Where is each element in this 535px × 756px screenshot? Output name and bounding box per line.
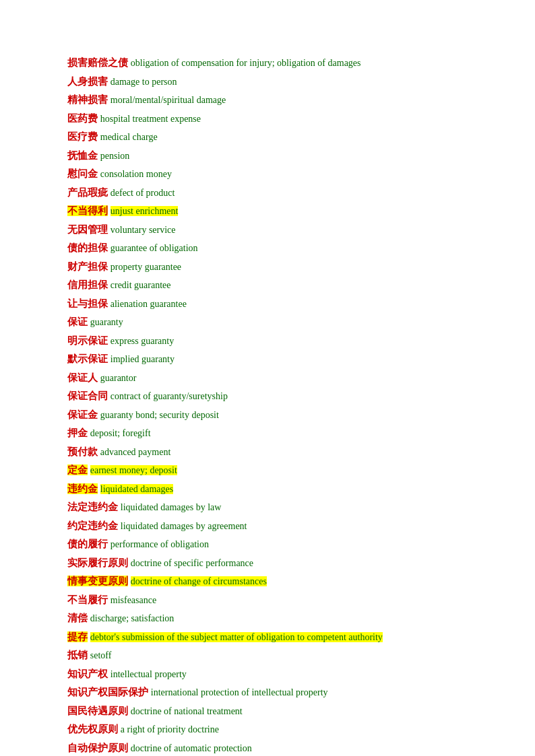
list-item: 默示保证 implied guaranty bbox=[67, 350, 495, 368]
en-translation: property guarantee bbox=[111, 262, 181, 272]
zh-term: 精神损害 bbox=[67, 94, 108, 105]
list-item: 债的担保 guarantee of obligation bbox=[67, 239, 495, 257]
glossary-content: 损害赔偿之债 obligation of compensation for in… bbox=[67, 54, 495, 756]
zh-term: 实际履行原则 bbox=[67, 557, 128, 568]
list-item: 违约金 liquidated damages bbox=[67, 480, 495, 498]
en-translation: implied guaranty bbox=[111, 354, 175, 364]
en-translation: damage to person bbox=[111, 77, 177, 87]
list-item: 债的履行 performance of obligation bbox=[67, 535, 495, 553]
list-item: 押金 deposit; foregift bbox=[67, 424, 495, 442]
en-translation: guaranty bond; security deposit bbox=[100, 410, 219, 420]
list-item: 信用担保 credit guarantee bbox=[67, 276, 495, 294]
en-translation: deposit; foregift bbox=[90, 428, 151, 438]
en-translation: alienation guarantee bbox=[111, 299, 187, 309]
zh-term: 知识产权 bbox=[67, 668, 108, 679]
list-item: 人身损害 damage to person bbox=[67, 73, 495, 91]
en-translation: liquidated damages by law bbox=[121, 502, 222, 512]
en-translation: performance of obligation bbox=[111, 539, 209, 549]
list-item: 抚恤金 pension bbox=[67, 147, 495, 165]
zh-term: 抚恤金 bbox=[67, 150, 98, 161]
zh-term: 清偿 bbox=[67, 613, 88, 623]
zh-term: 国民待遇原则 bbox=[67, 706, 128, 716]
zh-term: 让与担保 bbox=[67, 298, 108, 309]
zh-term: 财产担保 bbox=[67, 261, 108, 272]
list-item: 医疗费 medical charge bbox=[67, 128, 495, 146]
list-item: 预付款 advanced payment bbox=[67, 443, 495, 461]
zh-term: 提存 bbox=[67, 631, 88, 642]
list-item: 损害赔偿之债 obligation of compensation for in… bbox=[67, 54, 495, 72]
en-translation: a right of priority doctrine bbox=[121, 724, 219, 734]
en-translation: international protection of intellectual… bbox=[151, 687, 328, 697]
list-item: 清偿 discharge; satisfaction bbox=[67, 609, 495, 627]
en-translation: doctrine of change of circumstances bbox=[131, 576, 267, 586]
zh-term: 押金 bbox=[67, 427, 88, 438]
list-item: 无因管理 voluntary service bbox=[67, 221, 495, 239]
zh-term: 产品瑕疵 bbox=[67, 187, 108, 198]
en-translation: earnest money; deposit bbox=[90, 465, 177, 475]
en-translation: doctrine of national treatment bbox=[131, 706, 243, 716]
en-translation: hospital treatment expense bbox=[100, 114, 201, 124]
en-translation: moral/mental/spiritual damage bbox=[111, 95, 226, 105]
list-item: 法定违约金 liquidated damages by law bbox=[67, 498, 495, 516]
en-translation: discharge; satisfaction bbox=[90, 613, 175, 623]
en-translation: contract of guaranty/suretyship bbox=[111, 391, 228, 401]
zh-term: 违约金 bbox=[67, 483, 98, 494]
zh-term: 无因管理 bbox=[67, 224, 108, 235]
zh-term: 约定违约金 bbox=[67, 520, 118, 531]
zh-term: 保证 bbox=[67, 316, 88, 327]
zh-term: 默示保证 bbox=[67, 353, 108, 364]
en-translation: doctrine of specific performance bbox=[131, 558, 253, 568]
zh-term: 保证人 bbox=[67, 372, 98, 383]
list-item: 约定违约金 liquidated damages by agreement bbox=[67, 517, 495, 535]
en-translation: misfeasance bbox=[111, 595, 156, 605]
list-item: 优先权原则 a right of priority doctrine bbox=[67, 720, 495, 738]
list-item: 让与担保 alienation guarantee bbox=[67, 295, 495, 313]
en-translation: defect of product bbox=[111, 188, 175, 198]
en-translation: debtor's submission of the subject matte… bbox=[90, 632, 383, 642]
zh-term: 优先权原则 bbox=[67, 724, 118, 734]
zh-term: 预付款 bbox=[67, 446, 98, 457]
en-translation: guaranty bbox=[90, 317, 123, 327]
en-translation: advanced payment bbox=[100, 447, 171, 457]
zh-term: 明示保证 bbox=[67, 335, 108, 346]
en-translation: pension bbox=[100, 151, 130, 161]
en-translation: credit guarantee bbox=[111, 280, 171, 290]
zh-term: 医疗费 bbox=[67, 131, 98, 142]
en-translation: liquidated damages bbox=[100, 484, 173, 494]
list-item: 不当履行 misfeasance bbox=[67, 591, 495, 609]
list-item: 知识产权国际保护 international protection of int… bbox=[67, 683, 495, 701]
list-item: 定金 earnest money; deposit bbox=[67, 461, 495, 479]
en-translation: guarantor bbox=[100, 373, 137, 383]
list-item: 保证合同 contract of guaranty/suretyship bbox=[67, 387, 495, 405]
zh-term: 不当得利 bbox=[67, 205, 108, 216]
zh-term: 人身损害 bbox=[67, 76, 108, 87]
en-translation: express guaranty bbox=[111, 336, 174, 346]
list-item: 保证金 guaranty bond; security deposit bbox=[67, 406, 495, 424]
zh-term: 自动保护原则 bbox=[67, 743, 128, 753]
list-item: 实际履行原则 doctrine of specific performance bbox=[67, 554, 495, 572]
zh-term: 保证合同 bbox=[67, 390, 108, 401]
list-item: 财产担保 property guarantee bbox=[67, 258, 495, 276]
list-item: 提存 debtor's submission of the subject ma… bbox=[67, 628, 495, 646]
en-translation: obligation of compensation for injury; o… bbox=[131, 58, 361, 68]
en-translation: unjust enrichment bbox=[111, 206, 179, 216]
list-item: 不当得利 unjust enrichment bbox=[67, 202, 495, 220]
zh-term: 信用担保 bbox=[67, 279, 108, 290]
zh-term: 慰问金 bbox=[67, 168, 98, 179]
en-translation: intellectual property bbox=[111, 669, 187, 679]
en-translation: voluntary service bbox=[111, 225, 176, 235]
en-translation: setoff bbox=[90, 650, 112, 660]
zh-term: 损害赔偿之债 bbox=[67, 57, 128, 68]
list-item: 明示保证 express guaranty bbox=[67, 332, 495, 350]
en-translation: medical charge bbox=[100, 132, 158, 142]
zh-term: 知识产权国际保护 bbox=[67, 687, 148, 697]
list-item: 精神损害 moral/mental/spiritual damage bbox=[67, 91, 495, 109]
zh-term: 不当履行 bbox=[67, 594, 108, 605]
list-item: 抵销 setoff bbox=[67, 646, 495, 664]
list-item: 慰问金 consolation money bbox=[67, 165, 495, 183]
en-translation: consolation money bbox=[100, 169, 172, 179]
zh-term: 保证金 bbox=[67, 409, 98, 420]
list-item: 医药费 hospital treatment expense bbox=[67, 110, 495, 128]
list-item: 情事变更原则 doctrine of change of circumstanc… bbox=[67, 572, 495, 590]
list-item: 国民待遇原则 doctrine of national treatment bbox=[67, 702, 495, 720]
